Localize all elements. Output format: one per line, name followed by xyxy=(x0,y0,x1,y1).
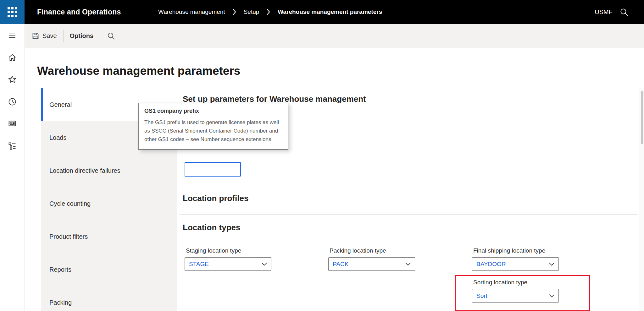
chevron-down-icon xyxy=(549,294,554,297)
chevron-down-icon xyxy=(262,263,267,266)
packing-location-type-value: PACK xyxy=(333,261,348,268)
search-icon xyxy=(620,8,628,16)
clock-icon xyxy=(8,97,17,106)
tab-packing[interactable]: Packing xyxy=(41,286,177,311)
field-packing-location-type: Packing location type PACK xyxy=(328,247,415,271)
chevron-right-icon xyxy=(267,9,270,15)
section-header-location-types[interactable]: Location types xyxy=(183,223,240,232)
toolbar-search-button[interactable] xyxy=(107,32,115,40)
field-final-shipping-location-type: Final shipping location type BAYDOOR xyxy=(472,247,559,271)
section-divider xyxy=(180,188,638,188)
tab-product-filters[interactable]: Product filters xyxy=(41,220,177,253)
global-search-button[interactable] xyxy=(620,0,628,24)
breadcrumb-warehouse-management[interactable]: Warehouse management xyxy=(158,8,225,15)
breadcrumb-current-page[interactable]: Warehouse management parameters xyxy=(278,8,382,15)
waffle-icon xyxy=(8,7,17,17)
sidebar-favorites-button[interactable] xyxy=(6,73,19,86)
tooltip-title: GS1 company prefix xyxy=(144,108,282,114)
chevron-right-icon xyxy=(233,9,236,15)
vertical-scrollbar[interactable] xyxy=(640,88,644,311)
app-title: Finance and Operations xyxy=(37,0,121,24)
breadcrumb-setup[interactable]: Setup xyxy=(244,8,259,15)
staging-location-type-label: Staging location type xyxy=(186,247,271,254)
star-icon xyxy=(8,75,17,84)
field-sorting-location-type: Sorting location type Sort xyxy=(472,279,559,303)
save-button[interactable]: Save xyxy=(32,32,57,40)
staging-location-type-dropdown[interactable]: STAGE xyxy=(185,257,271,271)
tooltip-body: The GS1 prefix is used to generate licen… xyxy=(144,118,283,144)
options-button[interactable]: Options xyxy=(70,32,94,40)
page-title: Warehouse management parameters xyxy=(37,64,240,78)
field-staging-location-type: Staging location type STAGE xyxy=(185,247,271,271)
app-window: Finance and Operations Warehouse managem… xyxy=(0,0,644,311)
sidebar-modules-button[interactable] xyxy=(6,139,19,152)
tooltip-gs1-company-prefix: GS1 company prefix The GS1 prefix is use… xyxy=(138,103,288,150)
command-bar: Save Options xyxy=(25,24,644,48)
staging-location-type-value: STAGE xyxy=(189,261,209,268)
tab-reports[interactable]: Reports xyxy=(41,253,177,286)
tab-location-directive-failures[interactable]: Location directive failures xyxy=(41,154,177,187)
save-button-label: Save xyxy=(42,32,57,40)
breadcrumb: Warehouse management Setup Warehouse man… xyxy=(158,0,382,24)
toolbar-divider xyxy=(63,30,64,42)
workspaces-icon xyxy=(8,119,17,128)
sorting-location-type-value: Sort xyxy=(476,292,487,299)
save-icon xyxy=(32,32,39,40)
sidebar-home-button[interactable] xyxy=(6,51,19,64)
section-header-location-profiles[interactable]: Location profiles xyxy=(183,194,248,203)
search-icon xyxy=(107,32,115,40)
sidebar-menu-button[interactable] xyxy=(6,30,19,42)
sidebar-recent-button[interactable] xyxy=(6,95,19,108)
packing-location-type-dropdown[interactable]: PACK xyxy=(328,257,415,271)
top-navigation-bar: Finance and Operations Warehouse managem… xyxy=(0,0,644,24)
left-sidebar xyxy=(0,24,25,311)
app-launcher-button[interactable] xyxy=(0,0,25,24)
company-picker[interactable]: USMF xyxy=(595,0,613,24)
sorting-location-type-dropdown[interactable]: Sort xyxy=(472,289,559,303)
final-shipping-location-type-dropdown[interactable]: BAYDOOR xyxy=(472,257,559,271)
tab-cycle-counting[interactable]: Cycle counting xyxy=(41,187,177,220)
chevron-down-icon xyxy=(405,263,411,266)
final-shipping-location-type-value: BAYDOOR xyxy=(476,261,506,268)
sidebar-workspaces-button[interactable] xyxy=(6,117,19,130)
gs1-company-prefix-input[interactable] xyxy=(185,162,241,177)
chevron-down-icon xyxy=(549,263,554,266)
packing-location-type-label: Packing location type xyxy=(330,247,415,254)
hamburger-menu-icon xyxy=(8,31,17,40)
modules-icon xyxy=(8,141,17,150)
scrollbar-thumb[interactable] xyxy=(641,91,643,144)
section-divider xyxy=(180,214,638,215)
sorting-location-type-label: Sorting location type xyxy=(473,279,559,286)
home-icon xyxy=(8,53,17,62)
final-shipping-location-type-label: Final shipping location type xyxy=(473,247,559,254)
